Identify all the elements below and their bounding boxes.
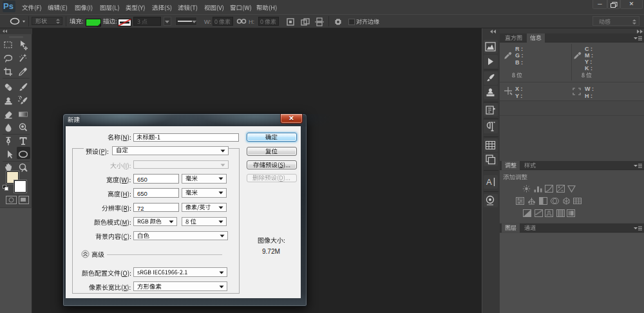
svg-text:A: A bbox=[486, 177, 492, 187]
